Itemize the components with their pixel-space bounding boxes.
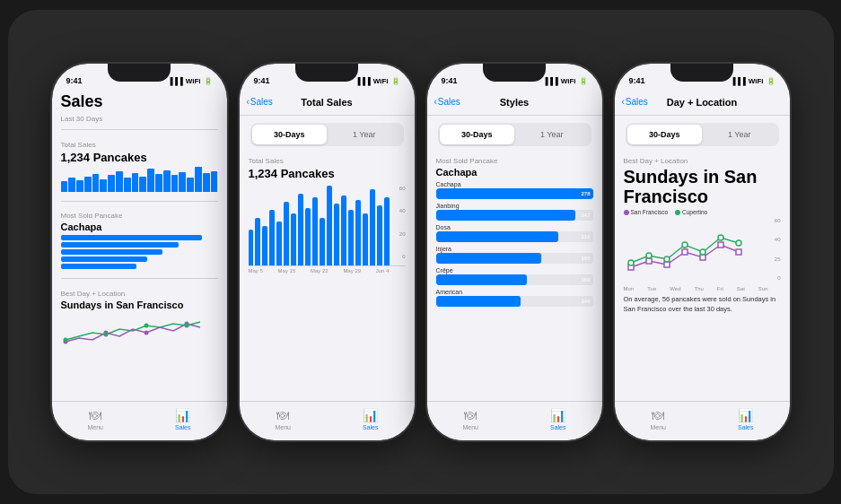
hbar-track-4: 160 — [436, 274, 593, 285]
chart4-x6: Sat — [737, 286, 745, 291]
segment-btn-30d-4[interactable]: 30-Days — [627, 125, 703, 144]
screen1-best-value: Sundays in San Francisco — [61, 300, 218, 310]
hbar-fill-4 — [436, 274, 528, 285]
hbar-val-4: 160 — [581, 277, 590, 282]
screen3-hbars: Cachapa 278 Jianbing 247 — [436, 181, 593, 307]
chart4-x1: Mon — [624, 286, 635, 291]
tab-sales-label-1: Sales — [175, 424, 191, 430]
hbar-name-3: Injera — [436, 246, 593, 252]
screen1-line-chart — [61, 315, 218, 347]
battery-icon-3: 🔋 — [579, 77, 588, 85]
hbar-row-1: Jianbing 247 — [436, 203, 593, 221]
hbar-row-5: American 149 — [436, 289, 593, 307]
hbar-val-0: 278 — [581, 191, 590, 196]
screen4-line-chart: 60 40 25 0 — [624, 218, 781, 290]
segment-btn-1y-3[interactable]: 1 Year — [514, 125, 590, 144]
tab-sales-2[interactable]: 📊 Sales — [327, 408, 415, 430]
nav-bar-3: ‹ Sales Styles — [427, 89, 602, 116]
tab-sales-label-2: Sales — [363, 424, 379, 430]
nav-bar-4: ‹ Sales Day + Location — [615, 89, 790, 116]
tab-sales-1[interactable]: 📊 Sales — [139, 408, 227, 430]
svg-point-2 — [144, 330, 148, 335]
nav-bar-2: ‹ Sales Total Sales — [240, 89, 415, 116]
hbar-name-4: Crêpe — [436, 267, 593, 274]
segment-btn-1y-4[interactable]: 1 Year — [702, 125, 777, 144]
svg-rect-10 — [664, 262, 670, 267]
tab-menu-label-3: Menu — [462, 424, 478, 430]
screen2-chart-label: Total Sales — [249, 157, 406, 165]
screen2-chart-value: 1,234 Pancakes — [249, 167, 406, 180]
segment-btn-30d-3[interactable]: 30-Days — [440, 125, 515, 144]
time-1: 9:41 — [66, 76, 83, 85]
nav-back-2[interactable]: ‹ Sales — [247, 97, 273, 107]
tab-sales-label-4: Sales — [738, 424, 754, 430]
time-3: 9:41 — [442, 76, 458, 85]
svg-point-17 — [664, 256, 670, 262]
segment-2: 30-Days 1 Year — [250, 123, 404, 146]
screen1-title: Sales — [61, 92, 218, 111]
svg-point-16 — [646, 253, 652, 258]
svg-rect-12 — [700, 255, 705, 260]
hbar-name-1: Jianbing — [436, 203, 593, 209]
chart2-x3: May 22 — [311, 268, 329, 274]
screen1-most-label: Most Sold Pancake — [61, 212, 218, 220]
hbar-track-5: 149 — [436, 296, 593, 307]
svg-point-5 — [103, 332, 108, 336]
chart2-x1: May 5 — [249, 268, 263, 274]
tab-sales-4[interactable]: 📊 Sales — [702, 408, 790, 430]
svg-point-4 — [63, 337, 67, 342]
nav-title-4: Day + Location — [667, 97, 738, 108]
menu-icon-4: 🍽 — [652, 408, 664, 422]
screen2-tab-bar: 🍽 Menu 📊 Sales — [240, 401, 415, 440]
hbar-val-2: 216 — [581, 234, 590, 239]
nav-back-label-4: Sales — [626, 97, 648, 107]
phone-4: 9:41 ▐▐▐ WiFi 🔋 ‹ Sales Day + Location 3… — [615, 64, 790, 440]
tab-menu-2[interactable]: 🍽 Menu — [240, 408, 328, 430]
screen1-subtitle: Last 30 Days — [61, 115, 218, 123]
chart2-x4: May 29 — [343, 268, 361, 274]
legend-sf-dot — [624, 210, 629, 215]
tab-menu-1[interactable]: 🍽 Menu — [52, 408, 140, 430]
segment-btn-1y-2[interactable]: 1 Year — [327, 125, 402, 144]
phone-3: 9:41 ▐▐▐ WiFi 🔋 ‹ Sales Styles 30-Days 1… — [427, 64, 602, 440]
hbar-val-5: 149 — [581, 299, 590, 304]
tab-sales-3[interactable]: 📊 Sales — [514, 408, 602, 430]
tab-sales-label-3: Sales — [550, 424, 566, 430]
hbar-track-1: 247 — [436, 210, 593, 221]
screen1-h-bars — [61, 235, 218, 269]
tab-menu-4[interactable]: 🍽 Menu — [615, 408, 703, 430]
chart4-x5: Fri — [717, 286, 723, 291]
nav-back-3[interactable]: ‹ Sales — [434, 97, 460, 107]
notch-2 — [295, 64, 358, 82]
chart2-x2: May 15 — [278, 268, 296, 274]
wifi-icon-2: WiFi — [373, 77, 389, 85]
screen1-tab-bar: 🍽 Menu 📊 Sales — [52, 401, 227, 440]
menu-icon-2: 🍽 — [276, 408, 289, 422]
chart4-x4: Thu — [694, 286, 703, 291]
svg-rect-14 — [736, 249, 741, 255]
chevron-left-icon-3: ‹ — [434, 97, 437, 107]
svg-point-7 — [184, 323, 188, 327]
screen1-total-label: Total Sales — [61, 141, 218, 149]
signal-icon-4: ▐▐▐ — [731, 77, 746, 85]
chevron-left-icon-4: ‹ — [622, 97, 625, 107]
segment-btn-30d-2[interactable]: 30-Days — [252, 125, 328, 144]
legend-sf: San Francisco — [624, 209, 669, 215]
phone-1: 9:41 ▐▐▐ WiFi 🔋 Sales Last 30 Days Total… — [52, 64, 227, 440]
svg-point-20 — [718, 235, 723, 240]
time-4: 9:41 — [629, 76, 645, 85]
wifi-icon-3: WiFi — [561, 77, 576, 85]
hbar-val-1: 247 — [581, 213, 590, 218]
hbar-track-3: 185 — [436, 253, 593, 264]
screen4-desc: On average, 56 pancakes were sold on Sun… — [624, 295, 781, 314]
segment-3: 30-Days 1 Year — [438, 123, 591, 146]
sales-icon-3: 📊 — [550, 408, 565, 422]
nav-back-4[interactable]: ‹ Sales — [622, 97, 648, 107]
svg-rect-11 — [682, 249, 688, 255]
notch-1 — [108, 64, 171, 82]
tab-menu-3[interactable]: 🍽 Menu — [427, 408, 515, 430]
signal-icon-1: ▐▐▐ — [168, 77, 183, 85]
svg-point-19 — [700, 249, 705, 255]
battery-icon-4: 🔋 — [767, 77, 775, 85]
signal-icon-2: ▐▐▐ — [355, 77, 371, 85]
